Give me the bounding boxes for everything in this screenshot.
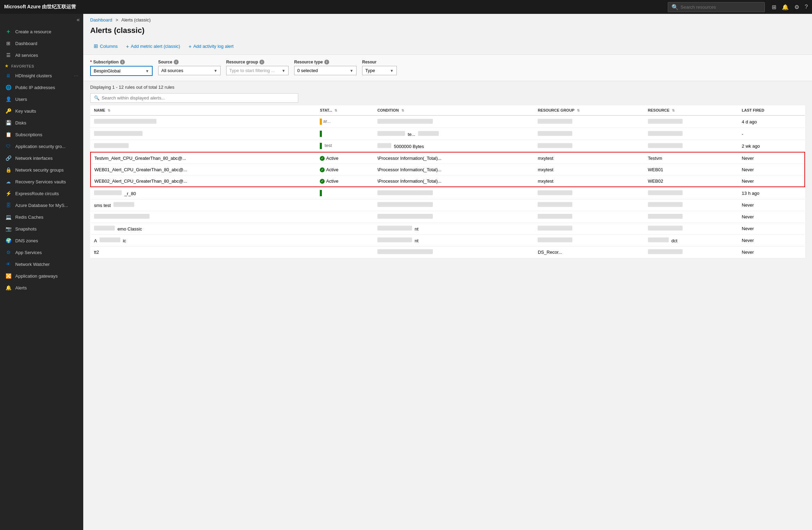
cell-rg — [534, 128, 644, 140]
resource-group-select[interactable]: Type to start filtering ... ▼ — [226, 66, 289, 75]
sidebar-item-key-vaults[interactable]: 🔑 Key vaults — [0, 105, 83, 117]
table-row[interactable]: WEB01_Alert_CPU_GreaterThan_80_abc@... ✓… — [91, 164, 805, 175]
name-partial: sms test — [94, 203, 111, 208]
table-row[interactable]: Testvm_Alert_CPU_GreaterThan_80_abc@... … — [91, 152, 805, 164]
brand-label: Microsoft Azure 由世纪互联运营 — [4, 4, 76, 10]
table-row[interactable]: WEB02_Alert_CPU_GreaterThan_80_abc@... ✓… — [91, 175, 805, 187]
table-row[interactable]: ar... 4 d ago — [91, 115, 805, 128]
sidebar-item-subscriptions[interactable]: 📋 Subscriptions — [0, 129, 83, 140]
star-icon: ★ — [5, 64, 9, 68]
sort-name-icon[interactable]: ⇅ — [108, 108, 110, 112]
add-activity-button[interactable]: + Add activity log alert — [185, 42, 237, 51]
search-container[interactable]: 🔍 — [668, 2, 765, 12]
sort-rg-icon[interactable]: ⇅ — [577, 108, 580, 112]
all-services-icon: ☰ — [5, 52, 12, 59]
cell-last-fired: Never — [738, 164, 805, 175]
sidebar-item-disks[interactable]: 💾 Disks — [0, 117, 83, 129]
sidebar-item-public-ip[interactable]: 🌐 Public IP addresses — [0, 81, 83, 93]
table-row[interactable]: Never — [91, 211, 805, 223]
topbar-icons: ⊞ 🔔 ⚙ ? — [772, 4, 808, 10]
status-active-text: Active — [326, 156, 338, 161]
source-select[interactable]: All sources ▼ — [158, 66, 221, 75]
col-last-fired[interactable]: LAST FIRED — [738, 105, 805, 115]
sidebar-item-network-watcher[interactable]: 👁 Network Watcher — [0, 258, 83, 270]
blurred-condition2 — [418, 131, 439, 136]
table-row[interactable]: emo Classic nt Never — [91, 223, 805, 235]
table-search[interactable]: 🔍 — [90, 93, 298, 103]
subscription-info-icon[interactable]: i — [120, 60, 125, 64]
sidebar-item-app-security[interactable]: 🛡 Application security gro... — [0, 140, 83, 152]
sidebar-item-mysql[interactable]: 🗄 Azure Database for MyS... — [0, 199, 83, 211]
alerts-label: Alerts — [15, 285, 78, 290]
sidebar-item-app-services[interactable]: ⚙ App Services — [0, 246, 83, 258]
sidebar-collapse-btn[interactable]: « — [0, 14, 83, 26]
col-status[interactable]: STAT... ⇅ — [316, 105, 374, 115]
sidebar-item-network-security[interactable]: 🔒 Network security groups — [0, 164, 83, 176]
sidebar-item-hdinsight[interactable]: 🖥 HDInsight clusters ⋯ — [0, 70, 83, 81]
sidebar-item-alerts[interactable]: 🔔 Alerts — [0, 282, 83, 294]
cell-rg — [534, 199, 644, 211]
cell-resource — [644, 211, 738, 223]
resource-type-select[interactable]: 0 selected ▼ — [294, 66, 357, 75]
add-metric-button[interactable]: + Add metric alert (classic) — [122, 42, 183, 51]
sidebar-item-expressroute[interactable]: ⚡ ExpressRoute circuits — [0, 188, 83, 199]
table-row[interactable]: sms test Never — [91, 199, 805, 211]
status-active-dot: ✓ — [320, 167, 325, 172]
sidebar-item-app-gateways[interactable]: 🔀 Application gateways — [0, 270, 83, 282]
table-row[interactable]: tt2 DS_Recor... Never — [91, 246, 805, 258]
cell-rg: DS_Recor... — [534, 246, 644, 258]
breadcrumb-home[interactable]: Dashboard — [90, 17, 112, 23]
dashboard-label: Dashboard — [15, 41, 78, 46]
blurred-condition — [377, 237, 412, 242]
resource-type-info-icon[interactable]: i — [324, 60, 329, 64]
settings-icon[interactable]: ⚙ — [794, 4, 799, 10]
col-resource-group[interactable]: RESOURCE GROUP ⇅ — [534, 105, 644, 115]
cell-name — [91, 128, 316, 140]
table-row[interactable]: _r_80 13 h — [91, 187, 805, 199]
subscription-select[interactable]: BespinGlobal ▼ — [90, 66, 153, 76]
network-interfaces-icon: 🔗 — [5, 155, 12, 162]
col-condition[interactable]: CONDITION ⇅ — [374, 105, 535, 115]
sidebar-item-dashboard[interactable]: ⊞ Dashboard — [0, 37, 83, 49]
search-input[interactable] — [681, 5, 761, 10]
cell-name: WEB01_Alert_CPU_GreaterThan_80_abc@... — [91, 164, 316, 175]
sidebar-item-snapshots[interactable]: 📷 Snapshots — [0, 223, 83, 235]
cell-name: WEB02_Alert_CPU_GreaterThan_80_abc@... — [91, 175, 316, 187]
col-name[interactable]: NAME ⇅ — [91, 105, 316, 115]
more-icon[interactable]: ⋯ — [74, 73, 78, 78]
columns-button[interactable]: ⊞ Columns — [90, 41, 121, 51]
name-partial: emo Classic — [118, 226, 142, 232]
users-label: Users — [15, 97, 78, 102]
network-security-label: Network security groups — [15, 167, 78, 173]
resource-group-info-icon[interactable]: i — [259, 60, 264, 64]
name-partial: tt2 — [94, 250, 99, 255]
sort-status-icon[interactable]: ⇅ — [334, 108, 337, 112]
sort-condition-icon[interactable]: ⇅ — [401, 108, 404, 112]
table-row[interactable]: A ic nt — [91, 235, 805, 246]
portal-icon[interactable]: ⊞ — [772, 4, 776, 10]
bell-icon[interactable]: 🔔 — [782, 4, 789, 10]
col-resource[interactable]: RESOURCE ⇅ — [644, 105, 738, 115]
blurred-condition — [377, 214, 433, 219]
resource-type-label: Resource type i — [294, 60, 357, 64]
status-bar — [320, 119, 322, 125]
table-search-input[interactable] — [102, 95, 294, 101]
breadcrumb: Dashboard > Alerts (classic) — [83, 14, 812, 24]
table-row[interactable]: te... - — [91, 128, 805, 140]
help-icon[interactable]: ? — [805, 4, 808, 10]
sidebar-item-users[interactable]: 👤 Users — [0, 93, 83, 105]
cell-rg: mxytest — [534, 175, 644, 187]
sidebar-item-all-services[interactable]: ☰ All services — [0, 49, 83, 61]
table-row[interactable]: test 5000000 Bytes 2 wk ago — [91, 140, 805, 153]
sort-resource-icon[interactable]: ⇅ — [672, 108, 675, 112]
resource-select[interactable]: Type ▼ — [362, 66, 397, 75]
sidebar-item-redis[interactable]: 💻 Redis Caches — [0, 211, 83, 223]
cell-rg — [534, 187, 644, 199]
dns-icon: 🌍 — [5, 237, 12, 244]
sidebar-item-network-interfaces[interactable]: 🔗 Network interfaces — [0, 152, 83, 164]
condition-bytes: 5000000 Bytes — [394, 144, 424, 149]
sidebar-item-recovery[interactable]: ☁ Recovery Services vaults — [0, 176, 83, 188]
sidebar-item-dns[interactable]: 🌍 DNS zones — [0, 235, 83, 246]
sidebar-item-create[interactable]: + Create a resource — [0, 26, 83, 37]
source-info-icon[interactable]: i — [174, 60, 179, 64]
